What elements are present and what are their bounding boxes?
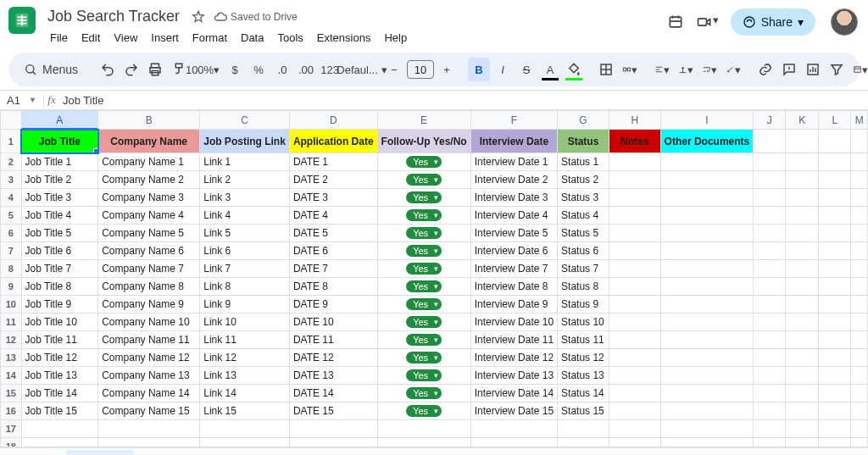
- header-cell[interactable]: Other Documents: [660, 130, 754, 153]
- font-select[interactable]: Defaul... ▾: [351, 58, 373, 81]
- row-header-17[interactable]: 17: [1, 420, 22, 438]
- cell[interactable]: [819, 385, 851, 402]
- menu-format[interactable]: Format: [186, 28, 233, 47]
- col-header-H[interactable]: H: [609, 111, 660, 130]
- header-cell[interactable]: Status: [558, 130, 609, 153]
- cell[interactable]: Yes: [377, 153, 470, 171]
- menu-edit[interactable]: Edit: [75, 28, 106, 47]
- cell[interactable]: Job Title 4: [21, 207, 98, 225]
- cell[interactable]: Link 1: [200, 153, 290, 171]
- cell[interactable]: [609, 314, 660, 331]
- cell[interactable]: [754, 260, 786, 278]
- increase-decimal-icon[interactable]: .00: [295, 58, 317, 81]
- row-header-11[interactable]: 11: [1, 314, 22, 331]
- meet-icon[interactable]: ▾: [696, 14, 719, 31]
- cell[interactable]: [819, 171, 851, 189]
- row-header-4[interactable]: 4: [1, 189, 22, 207]
- cell[interactable]: [786, 130, 819, 153]
- cell[interactable]: Company Name 1: [98, 153, 200, 171]
- cell[interactable]: Job Title 8: [21, 278, 98, 296]
- cell[interactable]: Interview Date 9: [470, 296, 557, 314]
- wrap-button[interactable]: ▾: [698, 58, 721, 81]
- cell[interactable]: Link 14: [200, 385, 290, 402]
- cell[interactable]: Job Title 9: [21, 296, 98, 314]
- cell[interactable]: [609, 189, 660, 207]
- filter-button[interactable]: [826, 58, 848, 81]
- followup-chip[interactable]: Yes: [406, 227, 442, 239]
- cell[interactable]: [754, 278, 786, 296]
- cell[interactable]: Interview Date 12: [470, 349, 557, 367]
- cell[interactable]: [819, 367, 851, 385]
- row-header-10[interactable]: 10: [1, 296, 22, 314]
- cell[interactable]: [851, 438, 868, 448]
- cell[interactable]: Link 10: [200, 314, 290, 331]
- menu-view[interactable]: View: [108, 28, 143, 47]
- cell[interactable]: Link 5: [200, 225, 290, 242]
- cell[interactable]: [851, 331, 868, 349]
- cell[interactable]: [754, 225, 786, 242]
- cell[interactable]: DATE 3: [289, 189, 377, 207]
- cell[interactable]: [819, 225, 851, 242]
- followup-chip[interactable]: Yes: [406, 387, 442, 399]
- menu-help[interactable]: Help: [378, 28, 413, 47]
- cell[interactable]: [609, 438, 660, 448]
- cell[interactable]: [609, 367, 660, 385]
- cell[interactable]: [754, 438, 786, 448]
- valign-button[interactable]: ▾: [675, 58, 697, 81]
- cell[interactable]: Company Name 13: [98, 367, 200, 385]
- cell[interactable]: [558, 420, 609, 438]
- cell[interactable]: Interview Date 13: [470, 367, 557, 385]
- cell[interactable]: [786, 420, 819, 438]
- col-header-G[interactable]: G: [558, 111, 609, 130]
- cell[interactable]: [660, 402, 754, 420]
- cell[interactable]: [754, 153, 786, 171]
- cell[interactable]: Status 3: [558, 189, 609, 207]
- cell[interactable]: Yes: [377, 278, 470, 296]
- row-header-5[interactable]: 5: [1, 207, 22, 225]
- cell[interactable]: [754, 402, 786, 420]
- borders-button[interactable]: [595, 58, 617, 81]
- row-header-8[interactable]: 8: [1, 260, 22, 278]
- cell[interactable]: DATE 6: [289, 242, 377, 260]
- cell[interactable]: [609, 207, 660, 225]
- cell[interactable]: Status 8: [558, 278, 609, 296]
- cell[interactable]: [660, 225, 754, 242]
- col-header-E[interactable]: E: [377, 111, 470, 130]
- cell[interactable]: [754, 420, 786, 438]
- followup-chip[interactable]: Yes: [406, 263, 442, 275]
- cell[interactable]: [851, 242, 868, 260]
- header-cell[interactable]: Interview Date: [470, 130, 557, 153]
- col-header-F[interactable]: F: [470, 111, 557, 130]
- cell[interactable]: Interview Date 11: [470, 331, 557, 349]
- cell[interactable]: [786, 153, 819, 171]
- cell[interactable]: [851, 171, 868, 189]
- cell[interactable]: Link 9: [200, 296, 290, 314]
- cell[interactable]: [21, 420, 98, 438]
- insert-chart-button[interactable]: [802, 58, 824, 81]
- name-box[interactable]: A1▼: [0, 94, 44, 107]
- cell[interactable]: [609, 331, 660, 349]
- menu-extensions[interactable]: Extensions: [311, 28, 377, 47]
- header-cell[interactable]: Company Name: [98, 130, 200, 153]
- cell[interactable]: [786, 349, 819, 367]
- followup-chip[interactable]: Yes: [406, 280, 442, 292]
- cell[interactable]: [819, 260, 851, 278]
- cell[interactable]: Job Title 14: [21, 385, 98, 402]
- cell[interactable]: [786, 189, 819, 207]
- cell[interactable]: [754, 189, 786, 207]
- cell[interactable]: [786, 225, 819, 242]
- cell[interactable]: [851, 278, 868, 296]
- col-header-A[interactable]: A: [21, 111, 98, 130]
- row-header-16[interactable]: 16: [1, 402, 22, 420]
- cell[interactable]: Yes: [377, 189, 470, 207]
- followup-chip[interactable]: Yes: [406, 316, 442, 328]
- cell[interactable]: Status 2: [558, 171, 609, 189]
- col-header-D[interactable]: D: [289, 111, 377, 130]
- cell[interactable]: Company Name 7: [98, 260, 200, 278]
- cell[interactable]: [754, 385, 786, 402]
- cell[interactable]: [819, 314, 851, 331]
- col-header-I[interactable]: I: [660, 111, 754, 130]
- cell[interactable]: [660, 296, 754, 314]
- history-icon[interactable]: [667, 14, 684, 31]
- cell[interactable]: Job Title 1: [21, 153, 98, 171]
